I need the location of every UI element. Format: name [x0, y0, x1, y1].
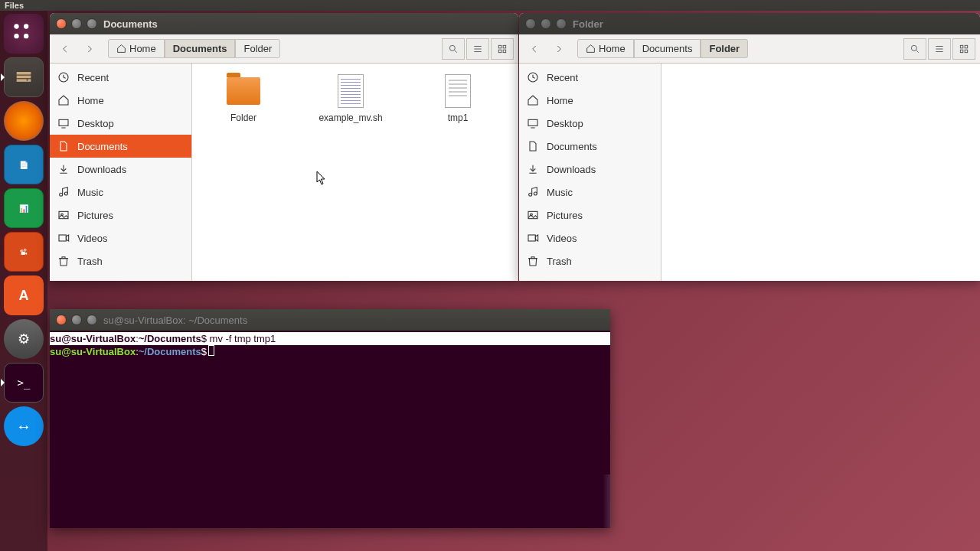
impress-launcher-icon[interactable]: 📽 — [4, 232, 44, 272]
file-item-example_mv-sh[interactable]: example_mv.sh — [309, 73, 393, 123]
breadcrumb: HomeDocumentsFolder — [108, 39, 280, 58]
sidebar-item-home[interactable]: Home — [519, 89, 661, 112]
resize-grip[interactable] — [603, 474, 610, 528]
content-area[interactable]: Folderexample_mv.shtmp1 — [192, 64, 518, 281]
sidebar-item-label: Documents — [547, 141, 597, 152]
software-launcher-icon[interactable]: A — [4, 276, 44, 315]
grid-view-button[interactable] — [491, 38, 514, 60]
svg-marker-27 — [66, 235, 68, 241]
minimize-button[interactable] — [71, 18, 82, 29]
settings-launcher-icon[interactable]: ⚙ — [4, 319, 44, 359]
sidebar-item-desktop[interactable]: Desktop — [50, 112, 191, 135]
terminal-body[interactable]: su@su-VirtualBox:~/Documents$ mv -f tmp … — [50, 331, 610, 360]
terminal-line: su@su-VirtualBox:~/Documents$ mv -f tmp … — [50, 332, 610, 345]
grid-view-button[interactable] — [952, 38, 975, 60]
breadcrumb-folder[interactable]: Folder — [235, 39, 280, 58]
titlebar[interactable]: Documents — [50, 13, 518, 34]
sidebar-item-pictures[interactable]: Pictures — [519, 204, 661, 227]
file-manager-window-folder: Folder HomeDocumentsFolder RecentHomeDes… — [519, 13, 980, 281]
file-icon — [445, 74, 471, 108]
file-label: tmp1 — [448, 112, 469, 123]
search-button[interactable] — [903, 38, 926, 60]
forward-button[interactable] — [79, 38, 100, 60]
file-item-folder[interactable]: Folder — [201, 73, 286, 123]
sidebar-item-music[interactable]: Music — [50, 181, 191, 204]
files-launcher-icon[interactable] — [4, 57, 44, 97]
firefox-launcher-icon[interactable] — [4, 101, 44, 141]
file-item-tmp1[interactable]: tmp1 — [416, 73, 500, 123]
close-button[interactable] — [525, 18, 536, 29]
window-title: Documents — [103, 18, 158, 30]
sidebar-item-documents[interactable]: Documents — [50, 135, 191, 158]
back-button[interactable] — [54, 38, 76, 60]
maximize-button[interactable] — [556, 18, 567, 29]
sidebar-item-home[interactable]: Home — [50, 89, 191, 112]
close-button[interactable] — [56, 18, 67, 29]
maximize-button[interactable] — [87, 18, 97, 29]
svg-rect-14 — [503, 45, 506, 48]
svg-rect-34 — [960, 45, 963, 48]
svg-rect-47 — [528, 235, 535, 241]
sidebar: RecentHomeDesktopDocumentsDownloadsMusic… — [519, 64, 662, 281]
sidebar-item-pictures[interactable]: Pictures — [50, 204, 191, 227]
list-view-button[interactable] — [466, 38, 489, 60]
svg-marker-48 — [535, 235, 537, 241]
file-label: example_mv.sh — [318, 112, 382, 123]
sidebar-item-desktop[interactable]: Desktop — [519, 112, 661, 135]
sidebar-item-label: Music — [77, 187, 103, 198]
sidebar-item-trash[interactable]: Trash — [519, 249, 661, 272]
file-label: Folder — [230, 112, 256, 123]
sidebar-item-label: Videos — [77, 233, 108, 244]
writer-launcher-icon[interactable]: 📄 — [4, 145, 44, 184]
svg-rect-36 — [960, 50, 963, 53]
sidebar-item-recent[interactable]: Recent — [50, 66, 191, 89]
maximize-button[interactable] — [87, 315, 97, 325]
sidebar-item-trash[interactable]: Trash — [50, 249, 191, 272]
script-icon — [338, 74, 364, 108]
teamviewer-launcher-icon[interactable]: ↔ — [4, 406, 44, 446]
menubar-files[interactable]: Files — [5, 1, 24, 10]
minimize-button[interactable] — [71, 315, 82, 325]
sidebar-item-downloads[interactable]: Downloads — [519, 158, 661, 181]
dash-icon[interactable] — [4, 14, 44, 54]
sidebar-item-recent[interactable]: Recent — [519, 66, 661, 89]
breadcrumb-documents[interactable]: Documents — [634, 39, 701, 58]
svg-point-7 — [27, 79, 28, 80]
sidebar-item-music[interactable]: Music — [519, 181, 661, 204]
back-button[interactable] — [524, 38, 545, 60]
svg-rect-16 — [503, 50, 506, 53]
svg-rect-5 — [17, 76, 31, 79]
close-button[interactable] — [56, 315, 67, 325]
search-button[interactable] — [442, 38, 465, 60]
minimize-button[interactable] — [541, 18, 551, 29]
svg-rect-18 — [59, 119, 68, 126]
sidebar-item-videos[interactable]: Videos — [50, 227, 191, 249]
sidebar: RecentHomeDesktopDocumentsDownloadsMusic… — [50, 64, 192, 281]
sidebar-item-label: Trash — [547, 256, 572, 267]
titlebar[interactable]: Folder — [519, 13, 980, 34]
breadcrumb-home[interactable]: Home — [577, 39, 634, 58]
sidebar-item-downloads[interactable]: Downloads — [50, 158, 191, 181]
svg-rect-13 — [498, 45, 501, 48]
svg-rect-37 — [965, 50, 968, 53]
list-view-button[interactable] — [928, 38, 951, 60]
sidebar-item-label: Recent — [77, 72, 109, 83]
menubar[interactable]: Files — [0, 0, 980, 11]
content-area[interactable] — [662, 64, 980, 281]
file-manager-window-documents: Documents HomeDocumentsFolder RecentHome… — [50, 13, 518, 281]
forward-button[interactable] — [548, 38, 570, 60]
titlebar[interactable]: su@su-VirtualBox: ~/Documents — [50, 309, 610, 331]
calc-launcher-icon[interactable]: 📊 — [4, 188, 44, 228]
window-title: Folder — [573, 18, 603, 30]
toolbar: HomeDocumentsFolder — [50, 34, 518, 64]
terminal-launcher-icon[interactable]: >_ — [4, 363, 44, 403]
breadcrumb-home[interactable]: Home — [108, 39, 165, 58]
sidebar-item-videos[interactable]: Videos — [519, 227, 661, 249]
svg-point-29 — [911, 45, 916, 51]
sidebar-item-documents[interactable]: Documents — [519, 135, 661, 158]
svg-rect-35 — [965, 45, 968, 48]
breadcrumb-folder[interactable]: Folder — [701, 39, 748, 58]
svg-point-3 — [24, 34, 28, 38]
breadcrumb: HomeDocumentsFolder — [577, 39, 748, 58]
breadcrumb-documents[interactable]: Documents — [165, 39, 236, 58]
